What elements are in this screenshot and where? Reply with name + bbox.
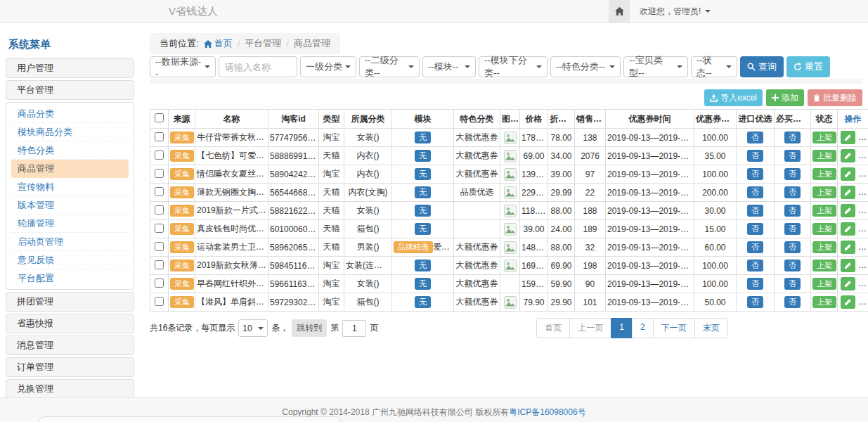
- edit-button[interactable]: [841, 149, 855, 162]
- status-button[interactable]: 上架: [812, 150, 836, 162]
- pager-first[interactable]: 首页: [536, 318, 570, 338]
- module-badge[interactable]: 品牌精选: [394, 241, 433, 253]
- breadcrumb-home-link[interactable]: 首页: [204, 37, 233, 50]
- batch-delete-button[interactable]: 批量删除: [808, 89, 862, 106]
- pager-page[interactable]: 2: [632, 318, 654, 338]
- import-select-toggle[interactable]: 否: [747, 132, 763, 143]
- status-button[interactable]: 上架: [812, 241, 836, 253]
- row-checkbox[interactable]: [155, 242, 164, 251]
- import-select-toggle[interactable]: 否: [747, 241, 763, 253]
- status-button[interactable]: 上架: [812, 296, 836, 308]
- module-badge[interactable]: 无: [415, 186, 431, 198]
- module-badge[interactable]: 无: [415, 260, 431, 271]
- must-buy-toggle[interactable]: 否: [784, 241, 801, 253]
- page-size-select[interactable]: 10: [238, 319, 268, 337]
- add-button[interactable]: 添加: [766, 89, 804, 106]
- status-button[interactable]: 上架: [812, 223, 836, 235]
- edit-button[interactable]: [841, 277, 855, 290]
- status-button[interactable]: 上架: [812, 168, 836, 180]
- must-buy-toggle[interactable]: 否: [784, 150, 801, 162]
- module-badge[interactable]: 无: [415, 278, 431, 290]
- must-buy-toggle[interactable]: 否: [784, 223, 801, 235]
- sidebar-group[interactable]: 省惠快报: [6, 314, 134, 333]
- must-buy-toggle[interactable]: 否: [784, 186, 801, 198]
- row-checkbox[interactable]: [155, 132, 164, 141]
- status-button[interactable]: 上架: [812, 260, 836, 271]
- pager-last[interactable]: 末页: [694, 318, 728, 338]
- row-checkbox[interactable]: [155, 279, 164, 288]
- status-button[interactable]: 上架: [812, 205, 836, 217]
- query-button[interactable]: 查询: [740, 56, 784, 77]
- edit-button[interactable]: [841, 259, 855, 272]
- import-select-toggle[interactable]: 否: [747, 186, 763, 198]
- edit-button[interactable]: [841, 241, 855, 254]
- filter-select[interactable]: --状态--: [691, 56, 737, 77]
- edit-button[interactable]: [841, 204, 855, 217]
- row-checkbox[interactable]: [155, 205, 164, 215]
- sidebar-group[interactable]: 拼团管理: [6, 292, 134, 312]
- edit-button[interactable]: [841, 222, 855, 236]
- row-checkbox[interactable]: [155, 169, 164, 178]
- sidebar-group[interactable]: 消息管理: [6, 335, 134, 355]
- filter-select[interactable]: --二级分类--: [359, 56, 420, 77]
- module-badge[interactable]: 无: [415, 223, 431, 235]
- filter-select[interactable]: 一级分类: [300, 56, 356, 77]
- sidebar-subitem[interactable]: 商品管理: [11, 160, 129, 178]
- pager-next[interactable]: 下一页: [653, 318, 695, 338]
- edit-button[interactable]: [841, 131, 855, 144]
- sidebar-group-user-management[interactable]: 用户管理: [6, 58, 134, 78]
- name-search-input[interactable]: [219, 56, 297, 77]
- row-checkbox[interactable]: [155, 297, 164, 306]
- must-buy-toggle[interactable]: 否: [784, 260, 801, 271]
- status-button[interactable]: 上架: [812, 278, 836, 290]
- row-checkbox[interactable]: [155, 260, 164, 269]
- must-buy-toggle[interactable]: 否: [784, 278, 801, 290]
- sidebar-group[interactable]: 兑换管理: [6, 379, 134, 399]
- sidebar-group-platform-management[interactable]: 平台管理: [6, 80, 134, 100]
- module-badge[interactable]: 无: [415, 296, 431, 308]
- sidebar-subitem[interactable]: 轮播管理: [11, 215, 129, 233]
- module-badge[interactable]: 无: [415, 132, 431, 143]
- sidebar-subitem[interactable]: 商品分类: [11, 105, 129, 123]
- sidebar-subitem[interactable]: 平台配置: [11, 269, 129, 287]
- row-checkbox[interactable]: [155, 151, 164, 160]
- must-buy-toggle[interactable]: 否: [784, 296, 801, 308]
- status-button[interactable]: 上架: [812, 186, 836, 198]
- import-select-toggle[interactable]: 否: [747, 260, 763, 271]
- must-buy-toggle[interactable]: 否: [784, 132, 801, 143]
- edit-button[interactable]: [841, 186, 855, 199]
- import-select-toggle[interactable]: 否: [747, 296, 763, 308]
- sidebar-subitem[interactable]: 意见反馈: [11, 251, 129, 269]
- sidebar-group[interactable]: 订单管理: [6, 357, 134, 377]
- import-select-toggle[interactable]: 否: [747, 150, 763, 162]
- must-buy-toggle[interactable]: 否: [784, 168, 801, 180]
- sidebar-subitem[interactable]: 特色分类: [11, 141, 129, 160]
- row-checkbox[interactable]: [155, 187, 164, 196]
- import-select-toggle[interactable]: 否: [747, 168, 763, 180]
- reset-button[interactable]: 重置: [786, 56, 830, 77]
- row-checkbox[interactable]: [155, 224, 164, 233]
- sidebar-subitem[interactable]: 模块商品分类: [11, 123, 129, 141]
- filter-select[interactable]: --模块--: [422, 56, 476, 77]
- import-excel-button[interactable]: 导入excel: [704, 89, 763, 106]
- status-button[interactable]: 上架: [812, 132, 836, 143]
- edit-button[interactable]: [841, 295, 855, 309]
- sidebar-subitem[interactable]: 启动页管理: [11, 233, 129, 251]
- user-menu[interactable]: 欢迎您，管理员!: [630, 0, 720, 23]
- jump-button[interactable]: 跳转到: [292, 319, 327, 337]
- filter-select[interactable]: --特色分类--: [550, 56, 621, 77]
- jump-page-input[interactable]: [342, 320, 366, 337]
- filter-select[interactable]: --宝贝类型--: [623, 56, 688, 77]
- pager-page[interactable]: 1: [611, 318, 633, 338]
- home-button[interactable]: [609, 0, 630, 23]
- icp-link[interactable]: 粤ICP备16098006号: [509, 407, 585, 417]
- module-badge[interactable]: 无: [415, 205, 431, 217]
- import-select-toggle[interactable]: 否: [747, 205, 763, 217]
- sidebar-subitem[interactable]: 宣传物料: [11, 178, 129, 196]
- pager-prev[interactable]: 上一页: [569, 318, 611, 338]
- filter-select[interactable]: --模块下分类--: [479, 56, 548, 77]
- module-badge[interactable]: 无: [415, 150, 431, 162]
- must-buy-toggle[interactable]: 否: [784, 205, 801, 217]
- select-all-checkbox[interactable]: [155, 113, 164, 122]
- module-badge[interactable]: 无: [415, 168, 431, 180]
